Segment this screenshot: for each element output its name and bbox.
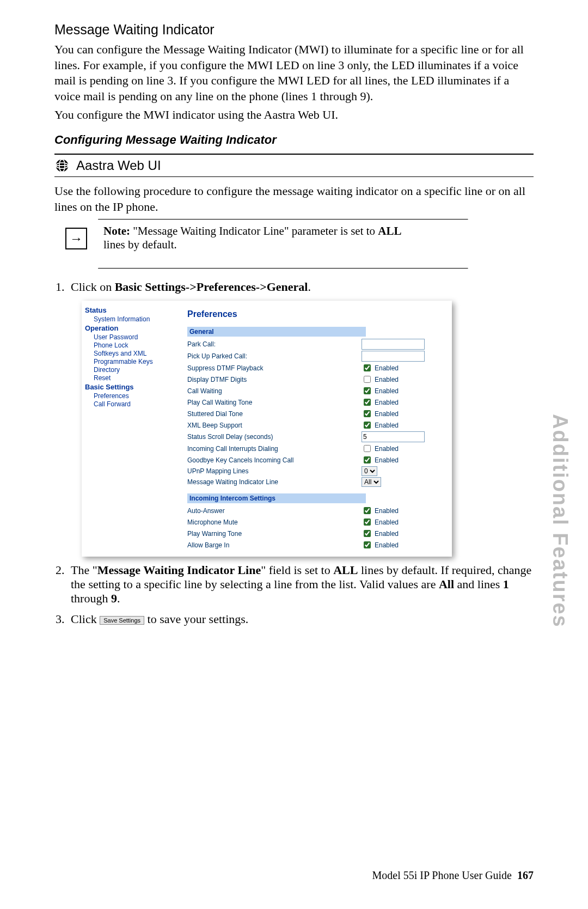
label-barge-in: Allow Barge In (187, 541, 362, 549)
preferences-title: Preferences (187, 309, 445, 319)
checkbox-mic-mute[interactable] (364, 518, 371, 526)
step-1: Click on Basic Settings->Preferences->Ge… (68, 280, 534, 557)
label-call-waiting: Call Waiting (187, 387, 362, 395)
save-settings-button[interactable]: Save Settings (100, 616, 144, 625)
label-warning-tone: Play Warning Tone (187, 530, 362, 538)
select-mwi-line[interactable]: All (362, 477, 381, 487)
page-footer: Model 55i IP Phone User Guide 167 (372, 869, 534, 882)
checkbox-call-waiting[interactable] (364, 387, 371, 394)
label-incoming-interrupt: Incoming Call Interrupts Dialing (187, 445, 362, 453)
rule-thin-under (54, 176, 534, 177)
general-section-header: General (187, 327, 366, 337)
label-pickup-parked: Pick Up Parked Call: (187, 352, 362, 360)
label-suppress-dtmf: Suppress DTMF Playback (187, 364, 362, 372)
intercom-section-header: Incoming Intercom Settings (187, 493, 366, 503)
input-pickup-parked[interactable] (362, 351, 425, 362)
note-rule-top (98, 219, 468, 220)
arrow-right-icon: → (65, 228, 87, 249)
label-auto-answer: Auto-Answer (187, 507, 362, 515)
checkbox-incoming-interrupt[interactable] (364, 445, 371, 452)
note-rule-bottom (98, 268, 468, 269)
step-3: Click Save Settings to save your setting… (68, 612, 534, 626)
checkbox-auto-answer[interactable] (364, 507, 371, 514)
sidebar-phone-lock[interactable]: Phone Lock (94, 341, 177, 349)
sidebar-system-information[interactable]: System Information (94, 315, 177, 323)
label-cw-tone: Play Call Waiting Tone (187, 399, 362, 406)
sidebar-operation[interactable]: Operation (85, 324, 177, 332)
intro-para-1: You can configure the Message Waiting In… (54, 42, 534, 104)
checkbox-display-dtmf[interactable] (364, 376, 371, 383)
input-park-call[interactable] (362, 339, 425, 350)
label-scroll-delay: Status Scroll Delay (seconds) (187, 433, 362, 441)
aastra-web-ui-label: Aastra Web UI (76, 158, 161, 173)
label-upnp: UPnP Mapping Lines (187, 467, 362, 475)
section-heading: Message Waiting Indicator (54, 22, 534, 38)
sidebar-user-password[interactable]: User Password (94, 333, 177, 341)
note-text: Note: "Message Waiting Indicator Line" p… (103, 224, 408, 252)
label-display-dtmf: Display DTMF Digits (187, 376, 362, 383)
label-mwi-line: Message Waiting Indicator Line (187, 478, 362, 486)
checkbox-xml-beep[interactable] (364, 422, 371, 429)
label-park-call: Park Call: (187, 340, 362, 348)
ui-main: Preferences General Park Call: Pick Up P… (181, 301, 452, 557)
ui-sidebar: Status System Information Operation User… (82, 301, 181, 557)
checkbox-suppress-dtmf[interactable] (364, 364, 371, 371)
intro-para-2: You configure the MWI indicator using th… (54, 107, 534, 123)
label-mic-mute: Microphone Mute (187, 518, 362, 526)
sidebar-directory[interactable]: Directory (94, 366, 177, 374)
sidebar-reset[interactable]: Reset (94, 374, 177, 382)
preferences-screenshot: Status System Information Operation User… (82, 301, 452, 557)
checkbox-goodbye-cancel[interactable] (364, 456, 371, 463)
label-xml-beep: XML Beep Support (187, 422, 362, 429)
side-tab-label: Additional Features (548, 414, 572, 628)
subheading: Configuring Message Waiting Indicator (54, 133, 534, 147)
sidebar-softkeys-xml[interactable]: Softkeys and XML (94, 350, 177, 357)
procedure-intro: Use the following procedure to configure… (54, 184, 534, 215)
sidebar-basic-settings[interactable]: Basic Settings (85, 383, 177, 391)
globe-icon (54, 158, 70, 173)
sidebar-status[interactable]: Status (85, 306, 177, 314)
label-goodbye-cancel: Goodbye Key Cancels Incoming Call (187, 456, 362, 464)
label-stuttered: Stuttered Dial Tone (187, 410, 362, 418)
sidebar-call-forward[interactable]: Call Forward (94, 400, 177, 408)
checkbox-stuttered[interactable] (364, 410, 371, 417)
step-2: The "Message Waiting Indicator Line" fie… (68, 563, 534, 606)
rule-thick-top (54, 154, 534, 155)
checkbox-barge-in[interactable] (364, 541, 371, 548)
select-upnp[interactable]: 0 (362, 466, 377, 476)
checkbox-cw-tone[interactable] (364, 399, 371, 406)
sidebar-programmable-keys[interactable]: Programmable Keys (94, 358, 177, 365)
sidebar-preferences[interactable]: Preferences (94, 392, 177, 400)
checkbox-warning-tone[interactable] (364, 530, 371, 537)
note-label: Note: (103, 224, 130, 237)
input-scroll-delay[interactable] (362, 431, 425, 442)
